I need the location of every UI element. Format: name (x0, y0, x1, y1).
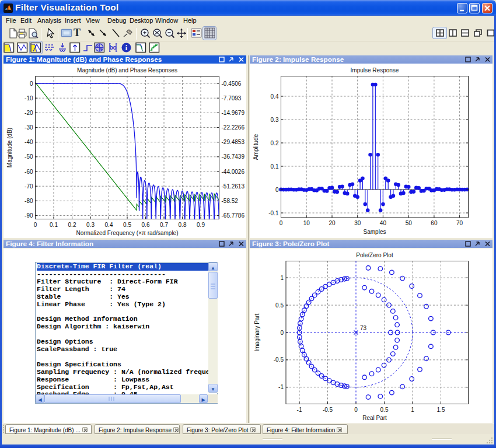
svg-text:-50: -50 (25, 153, 33, 160)
svg-text:Samples: Samples (364, 229, 386, 235)
svg-text:0.4: 0.4 (105, 222, 113, 228)
svg-text:0.3: 0.3 (271, 117, 279, 123)
svg-text:20: 20 (329, 220, 336, 226)
svg-text:0.8: 0.8 (179, 222, 187, 228)
svg-text:0: 0 (34, 222, 37, 228)
svg-text:-0.1: -0.1 (268, 210, 279, 216)
svg-text:0.6: 0.6 (142, 222, 150, 228)
svg-text:-10: -10 (25, 95, 33, 102)
svg-text:30: 30 (354, 220, 361, 226)
svg-text:-90: -90 (25, 212, 33, 219)
svg-text:-60: -60 (25, 169, 33, 175)
svg-text:-1: -1 (297, 407, 302, 413)
svg-text:0: 0 (280, 220, 283, 226)
svg-text:-22.2266: -22.2266 (222, 124, 245, 131)
svg-text:0.5: 0.5 (123, 222, 131, 228)
svg-text:0.5: 0.5 (275, 302, 284, 309)
svg-text:▶: ▶ (201, 397, 205, 402)
svg-text:60: 60 (431, 220, 438, 226)
svg-text:▲: ▲ (211, 265, 215, 271)
svg-text:◀: ◀ (38, 397, 42, 402)
svg-text:Magnitude (dB) and Phase Respo: Magnitude (dB) and Phase Responses (77, 67, 177, 74)
svg-text:-0.5: -0.5 (274, 356, 284, 363)
svg-text:Impulse Response: Impulse Response (351, 67, 399, 74)
svg-text:0.2: 0.2 (68, 222, 76, 228)
svg-text:40: 40 (380, 220, 387, 226)
svg-text:-29.4853: -29.4853 (222, 139, 245, 145)
svg-text:-51.2613: -51.2613 (222, 183, 245, 190)
svg-text:0.5: 0.5 (380, 407, 389, 413)
svg-text:0.1: 0.1 (271, 163, 279, 170)
svg-text:0: 0 (280, 330, 284, 336)
svg-text:-0.5: -0.5 (323, 407, 333, 413)
svg-text:73: 73 (360, 325, 367, 331)
svg-text:-36.7439: -36.7439 (222, 153, 245, 160)
svg-text:-14.9679: -14.9679 (222, 110, 245, 116)
svg-text:bo: bo (109, 44, 116, 51)
svg-text:-70: -70 (25, 183, 33, 190)
svg-text:-7.7093: -7.7093 (222, 95, 242, 102)
svg-text:Amplitude: Amplitude (253, 134, 259, 160)
svg-text:Magnitude (dB): Magnitude (dB) (6, 128, 13, 167)
svg-text:Normalized Frequency (×π rad/s: Normalized Frequency (×π rad/sample) (76, 230, 178, 236)
svg-text:50: 50 (406, 220, 413, 226)
svg-text:Imaginary Part: Imaginary Part (254, 313, 260, 351)
svg-text:-30: -30 (25, 124, 33, 131)
svg-text:0: 0 (30, 80, 33, 87)
svg-text:-0.4506: -0.4506 (222, 80, 242, 87)
svg-text:▼: ▼ (211, 387, 215, 392)
svg-text:0.4: 0.4 (271, 93, 279, 100)
svg-text:-65.7786: -65.7786 (222, 212, 245, 219)
svg-text:0.3: 0.3 (86, 222, 95, 228)
svg-text:-20: -20 (25, 110, 33, 116)
svg-text:-80: -80 (25, 198, 33, 204)
svg-text:0.9: 0.9 (197, 222, 205, 228)
svg-text:0: 0 (275, 187, 279, 193)
svg-text:0.7: 0.7 (160, 222, 168, 228)
svg-text:-58.52: -58.52 (222, 198, 239, 204)
svg-text:0: 0 (354, 407, 358, 413)
svg-text:1: 1 (280, 275, 284, 281)
svg-text:-40: -40 (25, 139, 33, 145)
svg-text:-44.0026: -44.0026 (222, 169, 245, 175)
svg-text:1: 1 (411, 407, 414, 413)
svg-text:Real Part: Real Part (362, 415, 387, 421)
svg-text:0.2: 0.2 (271, 140, 279, 146)
svg-text:10: 10 (303, 220, 310, 226)
svg-text:70: 70 (456, 220, 463, 226)
svg-text:1.5: 1.5 (437, 407, 445, 413)
svg-text:0.1: 0.1 (50, 222, 58, 228)
svg-text:Pole/Zero Plot: Pole/Zero Plot (356, 252, 393, 258)
svg-text:-1: -1 (278, 384, 284, 390)
